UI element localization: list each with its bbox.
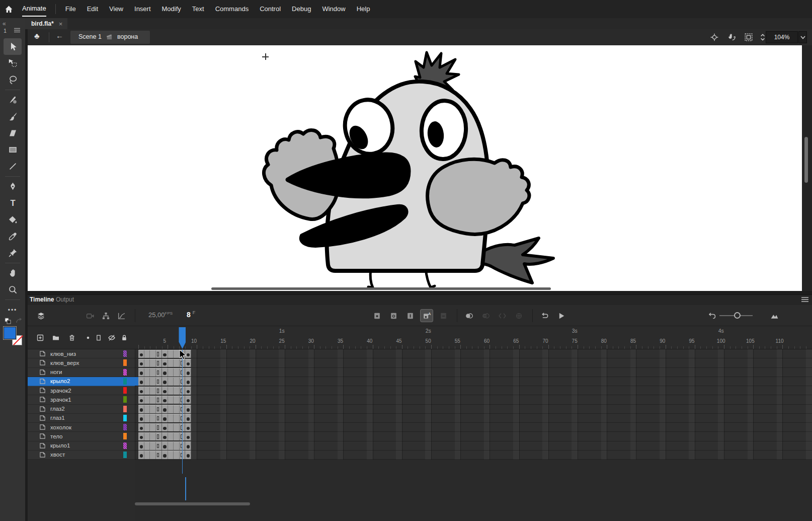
menu-debug[interactable]: Debug — [286, 0, 316, 18]
tab-timeline[interactable]: Timeline — [30, 296, 54, 303]
layer-color-chip[interactable] — [123, 415, 127, 421]
keyframe-dot[interactable] — [140, 417, 143, 421]
zoom-dropdown-button[interactable] — [798, 31, 807, 43]
keyframe-span[interactable] — [138, 387, 162, 395]
keyframe-dot[interactable] — [187, 399, 190, 403]
current-frame-indicator[interactable]: 8 F — [187, 310, 195, 319]
keyframe-span[interactable] — [185, 441, 191, 450]
keyframe-dot[interactable] — [187, 427, 190, 430]
keyframe-span[interactable] — [138, 451, 162, 459]
layer-color-chip[interactable] — [123, 452, 127, 458]
keyframe-dot[interactable] — [140, 436, 143, 439]
tool-hand[interactable] — [4, 265, 22, 281]
document-tab[interactable]: bird.fla* × — [25, 18, 67, 29]
keyframe-dot[interactable] — [163, 399, 167, 403]
frame-row-тело[interactable] — [135, 432, 812, 441]
menu-control[interactable]: Control — [254, 0, 286, 18]
layer-stack-button[interactable] — [35, 310, 47, 322]
frame-row-крыло2[interactable] — [135, 377, 812, 386]
layer-row-тело[interactable]: тело — [28, 432, 135, 441]
layer-row-глаз2[interactable]: глаз2 — [28, 405, 135, 414]
breadcrumb-symbol[interactable]: ворона — [117, 33, 138, 40]
timeline-zoom-slider-handle[interactable] — [734, 312, 741, 319]
frame-row-клюв_низ[interactable] — [135, 349, 812, 358]
menu-insert[interactable]: Insert — [129, 0, 156, 18]
delete-frame-button[interactable] — [437, 310, 449, 322]
tool-more-tools[interactable]: ••• — [4, 302, 22, 318]
tool-eyedropper[interactable] — [4, 228, 22, 245]
keyframe-dot[interactable] — [140, 427, 143, 430]
tool-paint-bucket[interactable] — [4, 211, 22, 228]
menu-window[interactable]: Window — [316, 0, 351, 18]
frame-grid[interactable]: 1s2s3s4s51015202530354045505560657075808… — [135, 326, 812, 521]
tab-close-icon[interactable]: × — [59, 20, 63, 28]
keyframe-span[interactable] — [185, 423, 191, 432]
fill-color-swatch[interactable] — [3, 326, 17, 340]
keyframe-dot[interactable] — [163, 417, 167, 421]
layer-color-chip[interactable] — [123, 369, 127, 376]
keyframe-dot[interactable] — [163, 362, 167, 366]
breadcrumb-scene[interactable]: Scene 1 — [78, 33, 102, 40]
keyframe-span[interactable] — [185, 432, 191, 441]
keyframe-span[interactable] — [138, 441, 162, 450]
onion-skin-range-button[interactable] — [496, 310, 508, 322]
zoom-level-input[interactable]: 104% — [766, 31, 798, 43]
menu-edit[interactable]: Edit — [82, 0, 104, 18]
insert-blank-keyframe-button[interactable] — [387, 310, 399, 322]
tool-selection[interactable] — [4, 38, 22, 55]
frame-row-зрачок2[interactable] — [135, 386, 812, 395]
frame-size-button[interactable] — [768, 310, 780, 322]
keyframe-dot[interactable] — [187, 417, 190, 421]
frame-row-клюв_верх[interactable] — [135, 358, 812, 367]
keyframe-dot[interactable] — [140, 390, 143, 394]
clip-content-icon[interactable] — [744, 33, 753, 42]
keyframe-dot[interactable] — [163, 353, 167, 357]
home-button[interactable] — [0, 0, 17, 18]
tool-pen[interactable] — [4, 178, 22, 195]
keyframe-dot[interactable] — [140, 381, 143, 384]
keyframe-dot[interactable] — [163, 445, 167, 449]
keyframe-dot[interactable] — [187, 454, 190, 458]
keyframe-span[interactable] — [138, 405, 162, 413]
keyframe-dot[interactable] — [140, 362, 143, 366]
layer-row-клюв_низ[interactable]: клюв_низ — [28, 349, 135, 358]
center-stage-icon[interactable] — [710, 33, 719, 42]
menu-help[interactable]: Help — [351, 0, 376, 18]
keyframe-dot[interactable] — [187, 390, 190, 394]
tool-lasso[interactable] — [4, 71, 22, 88]
keyframe-span[interactable] — [138, 350, 162, 358]
keyframe-span[interactable] — [138, 377, 162, 386]
loop-button[interactable] — [538, 310, 550, 322]
anchor-markers-button[interactable] — [513, 310, 525, 322]
panel-menu-icon[interactable] — [801, 297, 808, 303]
keyframe-dot[interactable] — [187, 381, 190, 384]
layer-color-chip[interactable] — [123, 387, 127, 394]
keyframe-dot[interactable] — [187, 445, 190, 449]
keyframe-dot[interactable] — [140, 353, 143, 357]
menu-file[interactable]: File — [60, 0, 82, 18]
rotation-tool-icon[interactable] — [727, 33, 736, 42]
menu-modify[interactable]: Modify — [156, 0, 187, 18]
tool-classic-brush[interactable] — [4, 108, 22, 125]
tool-asset-warp[interactable] — [4, 245, 22, 261]
stage-vertical-scrollbar[interactable] — [804, 137, 808, 183]
frame-rows[interactable] — [135, 349, 812, 460]
layer-row-зрачок2[interactable]: зрачок2 — [28, 386, 135, 395]
keyframe-span[interactable] — [185, 414, 191, 422]
layer-color-chip[interactable] — [123, 378, 127, 385]
layer-color-chip[interactable] — [123, 350, 127, 357]
layer-row-хвост[interactable]: хвост — [28, 451, 135, 460]
keyframe-dot[interactable] — [140, 454, 143, 458]
tab-output[interactable]: Output — [56, 296, 74, 303]
playhead-line[interactable] — [182, 349, 183, 474]
layer-parenting-button[interactable] — [100, 310, 112, 322]
reset-timeline-zoom-button[interactable] — [706, 310, 718, 322]
layer-color-chip[interactable] — [123, 433, 127, 439]
new-folder-button[interactable] — [50, 332, 61, 343]
collapse-panel-icon[interactable]: « — [3, 20, 6, 27]
layer-row-крыло2[interactable]: крыло2 — [28, 377, 135, 386]
keyframe-span[interactable] — [185, 396, 191, 404]
back-button[interactable]: ← — [56, 31, 63, 40]
tool-rectangle[interactable] — [4, 141, 22, 158]
frame-row-ноги[interactable] — [135, 368, 812, 377]
